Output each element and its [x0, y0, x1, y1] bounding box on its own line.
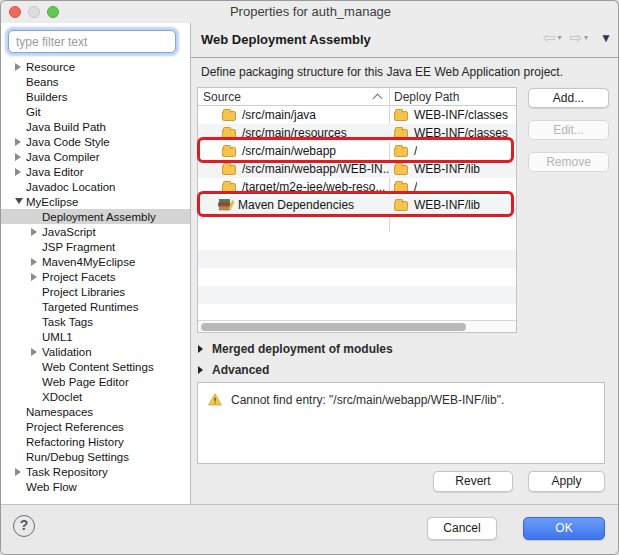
expand-arrow-icon[interactable]	[15, 466, 26, 478]
folder-icon	[394, 147, 408, 157]
folder-icon	[394, 201, 408, 211]
sidebar-item-java-compiler[interactable]: Java Compiler	[1, 149, 190, 164]
sidebar-item-validation[interactable]: Validation	[1, 344, 190, 359]
section-advanced[interactable]: Advanced	[198, 363, 269, 377]
expand-arrow-icon[interactable]	[15, 61, 26, 73]
column-header-deploy-path[interactable]: Deploy Path	[394, 90, 459, 104]
deployment-assembly-table: Source Deploy Path /src/main/java WEB-IN…	[197, 87, 517, 333]
sidebar-item-project-references[interactable]: Project References	[1, 419, 190, 434]
sidebar-item-myeclipse[interactable]: MyEclipse	[1, 194, 190, 209]
sidebar-item-beans[interactable]: Beans	[1, 74, 190, 89]
back-arrow-icon[interactable]: ⇦	[543, 30, 556, 45]
folder-icon	[222, 129, 236, 139]
problems-panel: Cannot find entry: "/src/main/webapp/WEB…	[197, 382, 605, 464]
sidebar-item-xdoclet[interactable]: XDoclet	[1, 389, 190, 404]
sidebar-item-java-editor[interactable]: Java Editor	[1, 164, 190, 179]
table-row[interactable]: /src/main/resources WEB-INF/classes	[198, 124, 516, 142]
expand-arrow-icon[interactable]	[198, 363, 212, 377]
folder-icon	[222, 183, 236, 193]
forward-history-caret-icon[interactable]: ▾	[584, 34, 588, 42]
expand-arrow-icon[interactable]	[198, 342, 212, 356]
sidebar-item-maven4myeclipse[interactable]: Maven4MyEclipse	[1, 254, 190, 269]
page-header: Web Deployment Assembly ⇦ ▾ ⇨ ▾ ▼	[191, 23, 619, 58]
expand-arrow-icon[interactable]	[31, 226, 42, 238]
folder-icon	[394, 165, 408, 175]
sidebar-item-project-libraries[interactable]: Project Libraries	[1, 284, 190, 299]
warning-message: Cannot find entry: "/src/main/webapp/WEB…	[231, 393, 504, 407]
edit-button: Edit...	[528, 120, 609, 140]
sidebar-item-refactoring-history[interactable]: Refactoring History	[1, 434, 190, 449]
sidebar-item-deployment-assembly[interactable]: Deployment Assembly	[1, 209, 190, 224]
sidebar-item-web-content-settings[interactable]: Web Content Settings	[1, 359, 190, 374]
sidebar-item-javadoc-location[interactable]: Javadoc Location	[1, 179, 190, 194]
sidebar-item-jsp-fragment[interactable]: JSP Fragment	[1, 239, 190, 254]
folder-icon	[222, 147, 236, 157]
expand-arrow-icon[interactable]	[15, 166, 26, 178]
sidebar-item-task-tags[interactable]: Task Tags	[1, 314, 190, 329]
expand-arrow-icon[interactable]	[15, 151, 26, 163]
sidebar-item-java-build-path[interactable]: Java Build Path	[1, 119, 190, 134]
sidebar-item-project-facets[interactable]: Project Facets	[1, 269, 190, 284]
sidebar-item-web-flow[interactable]: Web Flow	[1, 479, 190, 494]
section-merged-deployment[interactable]: Merged deployment of modules	[198, 342, 393, 356]
folder-icon	[394, 129, 408, 139]
apply-button[interactable]: Apply	[528, 471, 605, 492]
table-row-webapp[interactable]: /src/main/webapp /	[198, 142, 516, 160]
sidebar-item-run-debug-settings[interactable]: Run/Debug Settings	[1, 449, 190, 464]
expand-arrow-icon[interactable]	[31, 256, 42, 268]
expand-arrow-icon[interactable]	[15, 136, 26, 148]
sidebar-item-targeted-runtimes[interactable]: Targeted Runtimes	[1, 299, 190, 314]
sidebar-item-uml1[interactable]: UML1	[1, 329, 190, 344]
collapse-arrow-icon[interactable]	[15, 196, 26, 208]
sidebar-item-task-repository[interactable]: Task Repository	[1, 464, 190, 479]
table-row[interactable]: /src/main/webapp/WEB-IN... WEB-INF/lib	[198, 160, 516, 178]
sidebar-item-git[interactable]: Git	[1, 104, 190, 119]
page-description: Define packaging structure for this Java…	[201, 65, 563, 79]
sidebar-item-builders[interactable]: Builders	[1, 89, 190, 104]
properties-tree: Resource Beans Builders Git Java Build P…	[1, 59, 190, 494]
help-button[interactable]: ?	[13, 515, 35, 537]
cancel-button[interactable]: Cancel	[427, 517, 497, 540]
table-row-maven-dependencies[interactable]: Maven Dependencies WEB-INF/lib	[198, 196, 516, 214]
sort-ascending-icon[interactable]	[373, 94, 383, 104]
dialog-footer: ? Cancel OK	[1, 504, 619, 555]
table-row[interactable]: /target/m2e-jee/web-reso... /	[198, 178, 516, 196]
folder-icon	[222, 165, 236, 175]
sidebar: Resource Beans Builders Git Java Build P…	[1, 23, 191, 504]
horizontal-scrollbar[interactable]	[198, 320, 516, 332]
sidebar-item-java-code-style[interactable]: Java Code Style	[1, 134, 190, 149]
expand-arrow-icon[interactable]	[31, 346, 42, 358]
view-menu-icon[interactable]: ▼	[600, 32, 612, 44]
ok-button[interactable]: OK	[523, 517, 605, 540]
sidebar-item-resource[interactable]: Resource	[1, 59, 190, 74]
table-header: Source Deploy Path	[198, 88, 516, 106]
column-header-source[interactable]: Source	[203, 90, 241, 104]
sidebar-item-web-page-editor[interactable]: Web Page Editor	[1, 374, 190, 389]
properties-dialog: Properties for auth_manage Resource Bean…	[0, 0, 619, 555]
expand-arrow-icon[interactable]	[31, 271, 42, 283]
folder-icon	[394, 111, 408, 121]
add-button[interactable]: Add...	[528, 88, 609, 108]
sidebar-item-javascript[interactable]: JavaScript	[1, 224, 190, 239]
remove-button: Remove	[528, 152, 609, 172]
sidebar-item-namespaces[interactable]: Namespaces	[1, 404, 190, 419]
maven-library-icon	[218, 199, 234, 211]
empty-table-rows	[198, 232, 516, 322]
table-row[interactable]: /src/main/java WEB-INF/classes	[198, 106, 516, 124]
folder-icon	[394, 183, 408, 193]
folder-icon	[222, 111, 236, 121]
revert-button[interactable]: Revert	[433, 471, 513, 492]
filter-input[interactable]	[8, 30, 176, 53]
title-bar[interactable]: Properties for auth_manage	[1, 1, 619, 23]
back-history-caret-icon[interactable]: ▾	[558, 34, 562, 42]
scrollbar-thumb[interactable]	[201, 323, 466, 331]
window-title: Properties for auth_manage	[1, 4, 619, 19]
forward-arrow-icon[interactable]: ⇨	[570, 30, 583, 45]
page-title: Web Deployment Assembly	[201, 32, 371, 47]
warning-icon	[208, 393, 222, 406]
